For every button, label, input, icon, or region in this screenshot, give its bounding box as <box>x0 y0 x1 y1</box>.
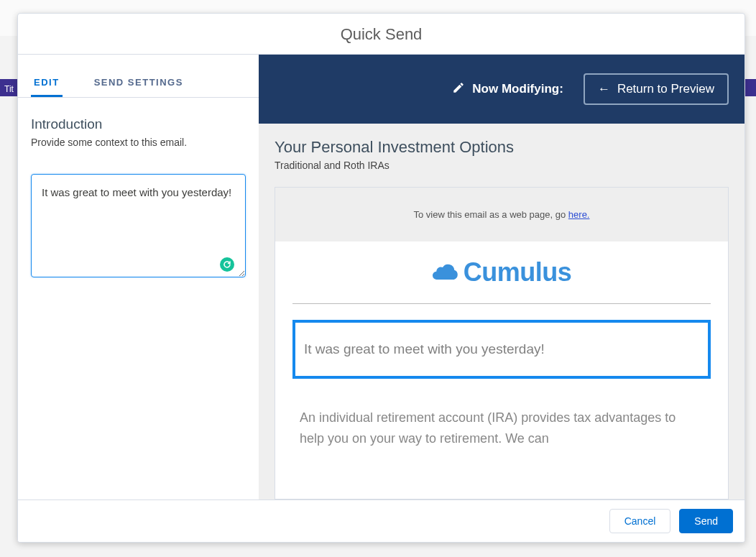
preview-title-block: Your Personal Investment Options Traditi… <box>259 124 745 178</box>
grammarly-icon[interactable] <box>220 257 234 272</box>
pencil-icon <box>452 81 465 98</box>
email-body: Cumulus It was great to meet with you ye… <box>275 241 728 464</box>
modal-footer: Cancel Send <box>18 500 745 542</box>
preview-subtitle: Traditional and Roth IRAs <box>275 160 729 171</box>
panel-content: Introduction Provide some context to thi… <box>18 98 259 299</box>
divider <box>292 303 711 304</box>
textarea-wrap <box>31 174 246 280</box>
cumulus-logo: Cumulus <box>432 257 572 287</box>
preview-title: Your Personal Investment Options <box>275 138 729 157</box>
cumulus-logo-text: Cumulus <box>464 257 572 287</box>
preview-header: Now Modifying: ← Return to Preview <box>259 55 745 124</box>
email-body-paragraph: An individual retirement account (IRA) p… <box>275 408 728 449</box>
field-sub: Provide some context to this email. <box>31 137 246 148</box>
introduction-textarea[interactable] <box>31 174 246 277</box>
logo-row: Cumulus <box>275 241 728 298</box>
return-to-preview-button[interactable]: ← Return to Preview <box>584 73 729 105</box>
now-modifying-label: Now Modifying: <box>452 81 563 98</box>
tabs: EDIT SEND SETTINGS <box>18 68 259 98</box>
cloud-icon <box>432 261 461 284</box>
background-label: Tit <box>0 84 14 94</box>
view-online-link[interactable]: here. <box>568 209 590 220</box>
email-view-online-bar: To view this email as a web page, go her… <box>275 188 728 241</box>
modal-header: Quick Send <box>18 14 745 55</box>
preview-panel: Now Modifying: ← Return to Preview Your … <box>259 55 745 500</box>
now-modifying-text: Now Modifying: <box>472 82 563 96</box>
tab-send-settings[interactable]: SEND SETTINGS <box>91 68 186 97</box>
return-button-label: Return to Preview <box>617 82 714 96</box>
quick-send-modal: Quick Send EDIT SEND SETTINGS Introducti… <box>17 13 745 543</box>
arrow-left-icon: ← <box>598 82 610 96</box>
email-inner: To view this email as a web page, go her… <box>275 188 728 500</box>
view-online-prefix: To view this email as a web page, go <box>414 209 568 220</box>
side-panel: EDIT SEND SETTINGS Introduction Provide … <box>18 55 259 500</box>
field-heading: Introduction <box>31 116 246 132</box>
tab-edit[interactable]: EDIT <box>31 68 63 97</box>
cancel-button[interactable]: Cancel <box>609 509 671 533</box>
email-preview-area[interactable]: To view this email as a web page, go her… <box>275 187 729 500</box>
intro-highlight-box: It was great to meet with you yesterday! <box>292 320 711 379</box>
modal-title: Quick Send <box>18 25 745 44</box>
send-button[interactable]: Send <box>679 509 733 533</box>
modal-body: EDIT SEND SETTINGS Introduction Provide … <box>18 55 745 500</box>
